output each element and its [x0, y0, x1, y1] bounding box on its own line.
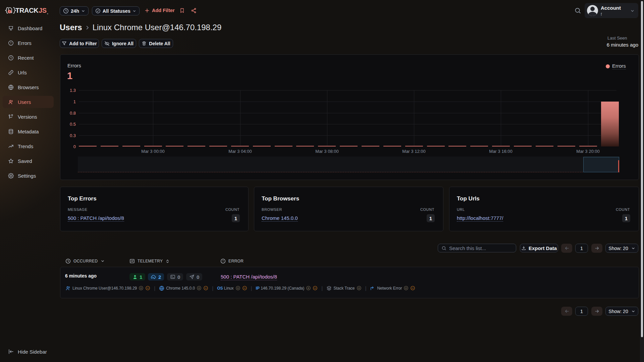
- svg-text:TRACK: TRACK: [15, 7, 39, 14]
- svg-text:JS: JS: [39, 7, 47, 14]
